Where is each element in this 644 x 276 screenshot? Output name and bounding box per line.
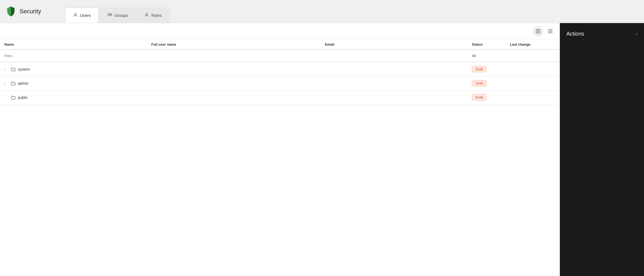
filter-row: All: [0, 49, 560, 62]
public-name: public: [18, 95, 28, 100]
svg-rect-4: [536, 29, 538, 33]
tab-groups[interactable]: Groups: [99, 8, 136, 23]
users-tab-icon: [73, 12, 78, 18]
name-filter-cell[interactable]: [0, 49, 147, 62]
users-table: Name Full user name Email Status Last ch…: [0, 40, 560, 105]
lastchange-filter-cell: [506, 49, 560, 62]
actions-panel: Actions ›: [560, 23, 644, 276]
menu-button[interactable]: [546, 27, 555, 35]
public-lastchange: [506, 90, 560, 105]
col-header-email: Email: [321, 40, 468, 49]
system-expander[interactable]: ›: [4, 67, 11, 71]
system-email: [321, 62, 468, 76]
col-header-lastchange: Last change: [506, 40, 560, 49]
status-filter-value: All: [472, 54, 476, 58]
col-header-status: Status: [468, 40, 506, 49]
name-filter-input[interactable]: [4, 54, 143, 58]
columns-button[interactable]: [533, 26, 543, 36]
system-status-badge: Draft: [472, 66, 487, 72]
groups-tab-icon: [107, 12, 112, 18]
system-name-cell: › system: [0, 62, 147, 76]
public-email: [321, 90, 468, 105]
admin-name: admin: [18, 81, 28, 86]
brand-title: Security: [20, 8, 41, 15]
actions-chevron-icon[interactable]: ›: [636, 31, 637, 37]
admin-lastchange: [506, 76, 560, 90]
public-folder-icon: [11, 95, 16, 100]
svg-point-2: [110, 13, 112, 15]
email-filter-cell: [321, 49, 468, 62]
svg-point-3: [146, 13, 147, 15]
roles-tab-icon: [144, 12, 149, 18]
public-name-cell: › public: [0, 90, 147, 105]
admin-status-badge: Draft: [472, 80, 487, 86]
table-header-row: Name Full user name Email Status Last ch…: [0, 40, 560, 49]
header: Security Users Groups: [0, 0, 644, 23]
fullname-filter-cell: [147, 49, 321, 62]
security-logo-icon: [5, 6, 16, 17]
public-status-badge: Draft: [472, 94, 487, 101]
actions-title: Actions: [566, 31, 584, 37]
tab-users[interactable]: Users: [65, 8, 99, 23]
tab-groups-label: Groups: [115, 13, 128, 18]
svg-point-0: [75, 13, 76, 15]
tab-users-label: Users: [80, 13, 91, 18]
status-filter-cell: All: [468, 49, 506, 62]
main-container: Name Full user name Email Status Last ch…: [0, 23, 644, 276]
tab-roles-label: Roles: [151, 13, 162, 18]
public-fullname: [147, 90, 321, 105]
admin-email: [321, 76, 468, 90]
svg-rect-5: [539, 29, 540, 33]
admin-name-cell: › admin: [0, 76, 147, 90]
system-fullname: [147, 62, 321, 76]
admin-folder-icon: [11, 81, 16, 86]
table-row: › public Draft: [0, 90, 560, 105]
system-lastchange: [506, 62, 560, 76]
col-header-name: Name: [0, 40, 147, 49]
col-header-fullname: Full user name: [147, 40, 321, 49]
brand: Security: [5, 6, 65, 17]
tabs-container: Users Groups Roles: [65, 0, 170, 23]
table-row: › admin Draft: [0, 76, 560, 90]
admin-status: Draft: [468, 76, 506, 90]
admin-expander[interactable]: ›: [4, 81, 11, 85]
actions-header: Actions ›: [560, 23, 644, 45]
admin-fullname: [147, 76, 321, 90]
system-folder-icon: [11, 67, 16, 72]
toolbar: [0, 23, 560, 40]
content-area: Name Full user name Email Status Last ch…: [0, 23, 560, 276]
system-name: system: [18, 67, 30, 71]
tab-roles[interactable]: Roles: [136, 8, 169, 23]
table-row: › system Draft: [0, 62, 560, 76]
system-status: Draft: [468, 62, 506, 76]
public-status: Draft: [468, 90, 506, 105]
svg-point-1: [108, 13, 110, 15]
